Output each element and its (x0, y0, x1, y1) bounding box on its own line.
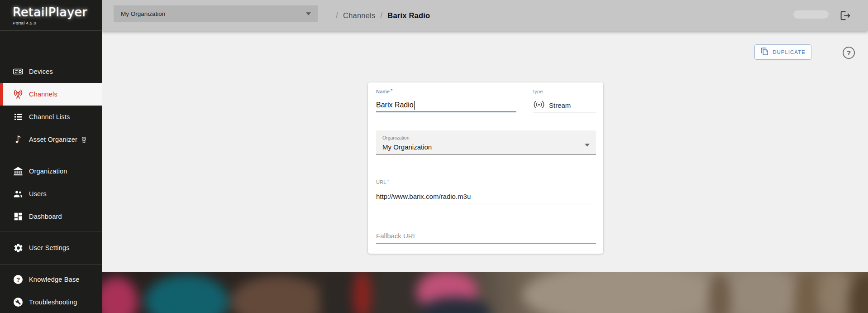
help-button[interactable] (843, 47, 855, 59)
sidebar-item-channel-lists[interactable]: Channel Lists (0, 106, 102, 128)
fallback-url-field[interactable]: Fallback URL (376, 231, 596, 244)
antenna-icon (12, 88, 24, 100)
caret-down-icon (585, 140, 590, 149)
sidebar-item-user-settings[interactable]: User Settings (0, 236, 102, 259)
help-circle-icon: ? (12, 274, 24, 285)
sidebar-item-users[interactable]: Users (0, 183, 102, 205)
topbar: My Organization / Channels / Barix Radio (102, 0, 868, 31)
premium-badge-icon (80, 135, 88, 144)
bank-icon (12, 165, 24, 177)
duplicate-button-label: DUPLICATE (773, 49, 806, 55)
sidebar-item-label: Asset Organizer (29, 136, 77, 143)
sidebar-item-label: Channel Lists (29, 113, 70, 120)
organization-select[interactable]: Organization My Organization (376, 130, 596, 155)
sidebar-nav: Devices Channels (0, 31, 102, 313)
breadcrumb-separator: / (336, 11, 338, 20)
copy-icon (760, 47, 769, 57)
sidebar-item-dashboard[interactable]: Dashboard (0, 205, 102, 228)
sidebar-item-label: Users (29, 190, 47, 197)
url-input-underline (376, 204, 596, 204)
sidebar-item-troubleshooting[interactable]: Troubleshooting (0, 291, 102, 313)
sidebar-divider (0, 231, 102, 231)
url-field[interactable]: URL* http://www.barix.com/radio.m3u (376, 179, 596, 204)
music-note-icon: ♪ (12, 134, 24, 145)
sidebar-item-label: Devices (29, 68, 53, 75)
app-version: Portal 4.5.0 (13, 20, 102, 25)
url-input-value: http://www.barix.com/radio.m3u (376, 191, 596, 201)
devices-icon (12, 66, 24, 77)
sidebar: RetailPlayer Portal 4.5.0 Devices (0, 0, 102, 313)
name-field-label: Name* (376, 89, 516, 95)
duplicate-button[interactable]: DUPLICATE (754, 44, 811, 60)
wrench-circle-icon (12, 296, 24, 308)
footer-photo-blur (102, 272, 868, 313)
name-input[interactable]: Barix Radio (376, 100, 516, 110)
gear-icon (12, 242, 24, 254)
breadcrumb: / Channels / Barix Radio (336, 0, 430, 31)
user-badge (793, 10, 829, 19)
dashboard-icon (12, 211, 24, 222)
type-field[interactable]: Stream (533, 100, 596, 110)
type-field-underline (533, 112, 596, 112)
type-field-value: Stream (549, 101, 571, 109)
sidebar-item-label: User Settings (29, 244, 70, 251)
sidebar-divider (0, 264, 102, 265)
broadcast-icon (533, 101, 545, 110)
type-field-label: type (533, 89, 596, 95)
list-icon (12, 111, 24, 123)
sidebar-item-label: Dashboard (29, 213, 62, 220)
name-input-underline (376, 111, 516, 112)
text-cursor (414, 101, 415, 110)
sidebar-item-label: Channels (29, 91, 57, 98)
organization-select-value: My Organization (121, 10, 165, 17)
organization-select-value: My Organization (382, 143, 590, 151)
sidebar-item-label: Troubleshooting (29, 299, 77, 306)
retailplayer-portal: RetailPlayer Portal 4.5.0 Devices (0, 0, 868, 313)
sidebar-item-devices[interactable]: Devices (0, 60, 102, 83)
sidebar-item-label: Organization (29, 168, 67, 175)
fallback-url-underline (376, 243, 596, 244)
users-icon (12, 188, 24, 200)
organization-select-label: Organization (382, 135, 590, 140)
sidebar-item-channels[interactable]: Channels (0, 83, 102, 106)
channel-form-card: Name* Barix Radio type (368, 82, 603, 254)
logo-block: RetailPlayer Portal 4.5.0 (0, 0, 102, 31)
name-input-value: Barix Radio (376, 101, 414, 109)
breadcrumb-current-page: Barix Radio (387, 11, 430, 20)
breadcrumb-channels[interactable]: Channels (343, 11, 375, 20)
sidebar-item-label: Knowledge Base (29, 276, 80, 283)
topbar-organization-select[interactable]: My Organization (114, 5, 318, 22)
sidebar-divider (0, 157, 102, 157)
logout-button[interactable] (839, 10, 852, 21)
url-field-label: URL* (376, 179, 596, 185)
app-logo: RetailPlayer (13, 5, 102, 19)
sidebar-item-asset-organizer[interactable]: ♪ Asset Organizer (0, 128, 102, 151)
breadcrumb-separator: / (380, 11, 382, 20)
footer-photo (102, 272, 868, 313)
logout-icon (839, 16, 852, 23)
svg-text:?: ? (16, 276, 20, 283)
caret-down-icon (306, 12, 311, 15)
sidebar-item-organization[interactable]: Organization (0, 160, 102, 183)
sidebar-item-knowledge-base[interactable]: ? Knowledge Base (0, 268, 102, 291)
fallback-url-placeholder: Fallback URL (376, 231, 596, 241)
